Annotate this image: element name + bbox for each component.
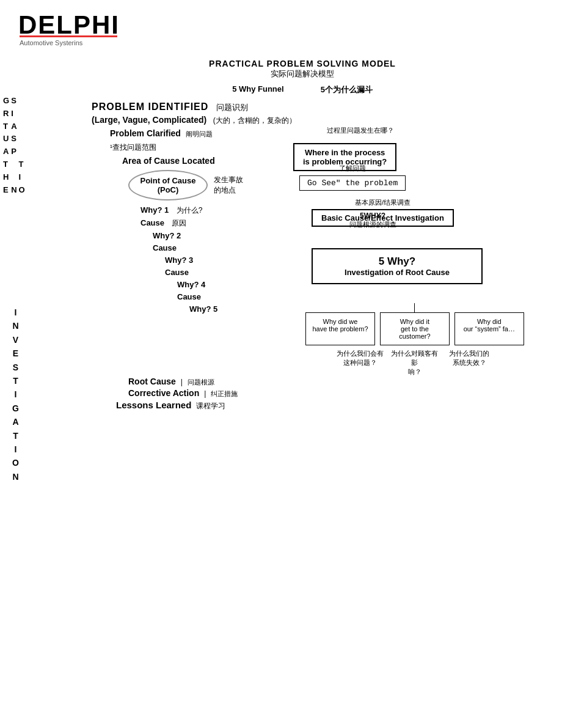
side-col2: S I A S P N	[11, 95, 16, 196]
five-why-box-text: 5 Why? Investigation of Root Cause	[312, 248, 483, 284]
side-col1: G R T U A T H E	[3, 95, 9, 196]
box1-cn1: 为什么我们会有	[335, 349, 385, 358]
root-cause-en: Root Cause	[128, 377, 176, 386]
diagram-area: PROBLEM IDENTIFIED 问题识别 (Large, Vague, C…	[92, 101, 562, 411]
box1-line2: have the problem?	[312, 325, 368, 333]
right-understand: 了解问题 Go See" the problem	[299, 164, 406, 191]
poc-row: Point of Cause (PoC) 发生事故 的地点 了解问题 Go Se…	[128, 170, 562, 200]
5why-label: 5WHY?	[312, 211, 434, 220]
box1-cn: 为什么我们会有 这种问题？	[335, 349, 385, 377]
three-boxes-cn: 为什么我们会有 这种问题？ 为什么对顾客有影 响？ 为什么我们的 系统失效？	[335, 349, 494, 377]
subtitle-en: 5 Why Funnel	[232, 84, 284, 95]
corrective-action-row: Corrective Action | 纠正措施	[128, 388, 562, 399]
side-col3: T I O	[19, 95, 25, 196]
box3-cn2: 系统失效？	[445, 358, 494, 367]
problem-clarified-en: Problem Clarified	[110, 128, 181, 138]
box1-line1: Why did we	[312, 318, 368, 325]
three-boxes-area: Why did we have the problem? Why did it …	[305, 303, 524, 377]
area-cause-en: Area of Cause Located	[122, 156, 215, 166]
cause1-cn: 原因	[172, 219, 186, 227]
why3-row: Why? 3 5 Why? Investigation of Root Caus…	[165, 254, 562, 265]
poc-cn1: 发生事故	[214, 175, 243, 185]
basic-cause-cn: 基本原因/结果调查	[312, 198, 454, 207]
logo-text: DELPHI	[18, 10, 120, 39]
problem-identified-en: PROBLEM IDENTIFIED	[92, 101, 208, 112]
box2-line1: Why did it	[387, 318, 443, 325]
cause3-en: Cause	[165, 268, 189, 277]
funnel-content: PROBLEM IDENTIFIED 问题识别 (Large, Vague, C…	[92, 101, 562, 411]
5why-cn: 问题根源的调查	[312, 220, 434, 229]
three-boxes: Why did we have the problem? Why did it …	[305, 312, 524, 345]
tree-connector-top: Why did we have the problem? Why did it …	[305, 303, 524, 377]
why-box3: Why did our “system” fa…	[454, 312, 524, 345]
cause4-en: Cause	[177, 292, 201, 301]
box3-cn: 为什么我们的 系统失效？	[445, 349, 494, 377]
tree-vline-top	[414, 303, 415, 312]
right-process-cn: 过程里问题发生在哪？	[293, 126, 428, 138]
process-cn: 过程里问题发生在哪？	[293, 126, 428, 135]
why1-cn: 为什么?	[177, 206, 203, 215]
box2-cn: 为什么对顾客有影 响？	[390, 349, 439, 377]
main-content: PRACTICAL PROBLEM SOLVING MODEL 实际问题解决模型…	[43, 50, 562, 411]
side-label-group-top: G R T U A T H E S I A S P N	[3, 95, 25, 196]
subtitle-cn: 5个为什么漏斗	[321, 84, 373, 95]
problem-identified-cn: 问题识别	[216, 103, 248, 112]
poc-en: Point of Cause	[139, 176, 197, 185]
problem-identified-row: PROBLEM IDENTIFIED 问题识别	[92, 101, 562, 113]
five-why-subtitle: Investigation of Root Cause	[325, 268, 469, 277]
poc-oval: Point of Cause (PoC)	[128, 170, 208, 200]
side-label-investigation: I N V E S T I G A T I O N	[12, 306, 19, 483]
title-en: PRACTICAL PROBLEM SOLVING MODEL	[43, 59, 562, 68]
cause2-en: Cause	[153, 243, 177, 252]
why-box2: Why did it get to the customer?	[380, 312, 450, 345]
why2-en: Why? 2	[153, 231, 181, 240]
cause1-en: Cause	[140, 218, 164, 227]
box1-cn2: 这种问题？	[335, 358, 385, 367]
go-see-text: Go See" the problem	[307, 178, 398, 188]
large-vague-row: (Large, Vague, Complicated) (大的，含糊的，复杂的）	[92, 114, 562, 126]
root-cause-cn: 问题根源	[188, 378, 214, 387]
title-section: PRACTICAL PROBLEM SOLVING MODEL 实际问题解决模型…	[43, 59, 562, 95]
logo: DELPHI Automotive Systerins	[18, 12, 544, 46]
why1-en: Why? 1	[140, 205, 169, 215]
go-see-box: Go See" the problem	[299, 175, 406, 191]
poc-abbr: (PoC)	[139, 185, 197, 194]
logo-subtitle: Automotive Systerins	[20, 39, 544, 46]
large-vague-en: (Large, Vague, Complicated)	[92, 115, 206, 125]
subtitle-row: 5 Why Funnel 5个为什么漏斗	[43, 84, 562, 95]
where-line1: Where in the process	[303, 148, 387, 157]
header: DELPHI Automotive Systerins	[0, 0, 562, 53]
lessons-learned-row: Lessons Learned 课程学习	[116, 400, 562, 411]
cause4-row: Cause	[177, 291, 562, 302]
understand-cn: 了解问题	[299, 164, 406, 173]
problem-clarified-cn: 阐明问题	[186, 130, 213, 139]
poc-cn2: 的地点	[214, 185, 243, 196]
box3-cn1: 为什么我们的	[445, 349, 494, 358]
why5-row: Why? 5 Why did we have the problem?	[189, 303, 562, 314]
box3-line1: Why did	[461, 318, 517, 325]
lessons-learned-cn: 课程学习	[196, 401, 225, 411]
title-cn: 实际问题解决模型	[43, 68, 562, 79]
why4-en: Why? 4	[177, 280, 205, 289]
box3-line2: our “system” fa…	[461, 325, 517, 333]
search-scope: ¹查找问题范围	[110, 143, 156, 152]
why-box1: Why did we have the problem?	[305, 312, 375, 345]
five-why-title: 5 Why?	[325, 256, 469, 268]
why3-en: Why? 3	[165, 256, 193, 265]
five-why-big-box: 5 Why? Investigation of Root Cause	[312, 248, 483, 284]
root-cause-arrow: |	[181, 378, 183, 386]
right-5why-label: 5WHY? 问题根源的调查	[312, 211, 434, 229]
why5-en: Why? 5	[189, 304, 217, 314]
poc-cn: 发生事故 的地点	[214, 175, 243, 196]
box2-line2: get to the customer?	[387, 325, 443, 340]
why2-row: Why? 2 5WHY? 问题根源的调查	[153, 230, 562, 241]
corrective-arrow: |	[204, 389, 206, 398]
root-cause-row: Root Cause | 问题根源	[128, 377, 562, 387]
corrective-action-en: Corrective Action	[128, 388, 199, 398]
corrective-action-cn: 纠正措施	[211, 389, 238, 399]
large-vague-cn: (大的，含糊的，复杂的）	[213, 116, 296, 125]
box2-cn1: 为什么对顾客有影	[390, 349, 439, 367]
box2-cn2: 响？	[390, 367, 439, 377]
lessons-learned-en: Lessons Learned	[116, 400, 191, 410]
